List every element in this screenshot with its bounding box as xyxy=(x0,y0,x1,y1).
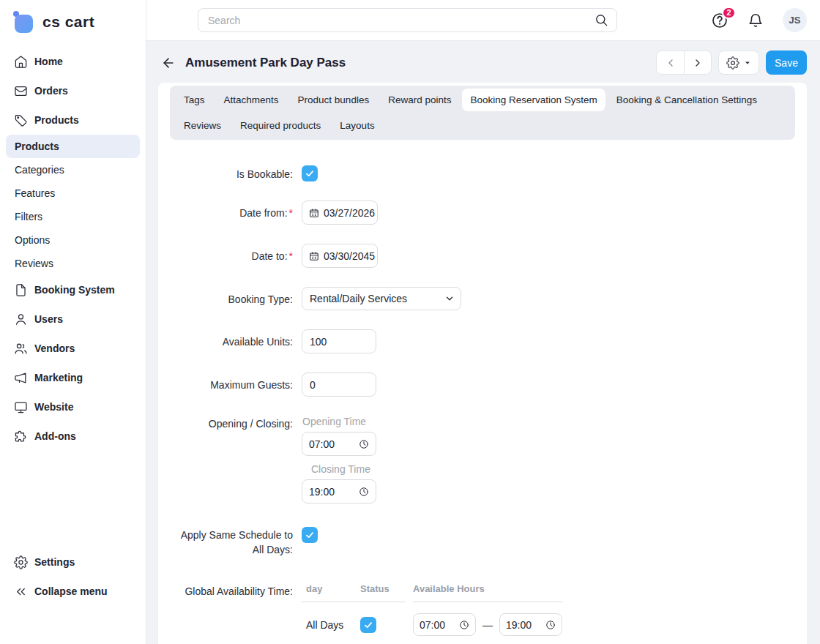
sidebar-item-filters[interactable]: Filters xyxy=(0,205,146,228)
sidebar-item-label: Products xyxy=(34,114,79,126)
app-window: cs cart Home Orders Products Products Ca… xyxy=(0,0,820,644)
chevron-left-icon xyxy=(665,57,676,69)
apply-same-schedule-row: Apply Same Schedule to All Days: xyxy=(170,527,795,557)
content-panel: Tags Attachments Product bundles Reward … xyxy=(158,83,807,644)
apply-same-schedule-checkbox[interactable] xyxy=(302,527,318,543)
tab-layouts[interactable]: Layouts xyxy=(332,114,382,137)
check-icon xyxy=(305,530,315,540)
column-available-hours: Available Hours xyxy=(413,583,485,594)
all-days-label: All Days xyxy=(302,619,360,631)
maximum-guests-label: Maximum Guests: xyxy=(170,377,293,392)
sidebar-item-label: Vendors xyxy=(34,342,75,354)
global-availability-row: Global Availability Time: day Status Ava… xyxy=(170,583,795,636)
sidebar-item-label: Home xyxy=(34,56,63,67)
opening-closing-row: Opening / Closing: Opening Time 07:00 Cl… xyxy=(170,416,795,503)
chevron-right-icon xyxy=(692,57,704,69)
logo-text: cs cart xyxy=(42,13,94,31)
sidebar-item-reviews[interactable]: Reviews xyxy=(0,252,146,275)
tab-reward-points[interactable]: Reward points xyxy=(380,89,459,111)
maximum-guests-row: Maximum Guests: xyxy=(170,372,795,397)
date-from-input[interactable]: 03/27/2026 xyxy=(302,201,378,225)
sidebar-item-marketing[interactable]: Marketing xyxy=(0,363,146,392)
all-days-status-checkbox[interactable] xyxy=(360,617,376,633)
is-bookable-label: Is Bookable: xyxy=(170,166,293,181)
check-icon xyxy=(305,168,315,179)
avatar[interactable]: JS xyxy=(783,8,807,32)
date-to-label: Date to:* xyxy=(170,248,293,263)
sidebar-item-booking-system[interactable]: Booking System xyxy=(0,275,146,304)
back-button[interactable] xyxy=(158,53,179,73)
closing-time-label: Closing Time xyxy=(311,463,376,475)
gear-icon xyxy=(14,555,28,569)
user-icon xyxy=(14,312,28,326)
help-button[interactable]: 2 xyxy=(711,12,728,29)
main-area: 2 JS Amusement Park Day Pass xyxy=(146,0,820,644)
cs-cart-logo[interactable]: cs cart xyxy=(0,0,146,41)
calendar-icon xyxy=(309,208,319,218)
next-product-button[interactable] xyxy=(684,51,711,74)
tab-reviews[interactable]: Reviews xyxy=(176,114,229,137)
sidebar-item-vendors[interactable]: Vendors xyxy=(0,334,146,363)
date-to-input[interactable]: 03/30/2045 xyxy=(302,244,378,268)
sidebar-item-products[interactable]: Products xyxy=(0,105,146,135)
prev-product-button[interactable] xyxy=(657,51,684,74)
tab-required-products[interactable]: Required products xyxy=(232,114,329,137)
topbar-actions: 2 JS xyxy=(711,8,820,32)
sidebar-item-features[interactable]: Features xyxy=(0,181,146,205)
clock-icon xyxy=(459,620,469,630)
maximum-guests-input[interactable] xyxy=(302,372,376,397)
available-units-label: Available Units: xyxy=(170,334,293,349)
tab-product-bundles[interactable]: Product bundles xyxy=(290,89,378,111)
global-availability-table: day Status Available Hours All Days xyxy=(302,583,562,636)
search-input[interactable] xyxy=(198,8,617,32)
sidebar-item-products-sub[interactable]: Products xyxy=(6,135,140,158)
clock-icon xyxy=(359,487,369,497)
clock-icon xyxy=(545,620,556,630)
notifications-button[interactable] xyxy=(748,12,764,29)
available-units-input[interactable] xyxy=(302,329,376,353)
caret-down-icon xyxy=(744,59,751,67)
save-button[interactable]: Save xyxy=(766,50,807,75)
opening-time-input[interactable]: 07:00 xyxy=(302,432,376,456)
is-bookable-checkbox[interactable] xyxy=(302,165,318,181)
closing-time-input[interactable]: 19:00 xyxy=(302,479,376,503)
settings-dropdown-button[interactable] xyxy=(718,50,759,75)
sidebar-item-add-ons[interactable]: Add-ons xyxy=(0,422,146,451)
sidebar-item-home[interactable]: Home xyxy=(0,47,146,76)
sidebar-item-website[interactable]: Website xyxy=(0,392,146,422)
tab-booking-cancellation-settings[interactable]: Booking & Cancellation Settings xyxy=(608,89,765,111)
hours-to-value: 19:00 xyxy=(506,619,532,631)
sidebar: cs cart Home Orders Products Products Ca… xyxy=(0,0,146,644)
puzzle-icon xyxy=(14,430,28,443)
hours-from-input[interactable]: 07:00 xyxy=(413,613,476,636)
sidebar-item-users[interactable]: Users xyxy=(0,304,146,334)
booking-form: Is Bookable: Date from:* 03/27/2026 xyxy=(170,140,795,636)
search-icon[interactable] xyxy=(594,13,608,27)
tab-attachments[interactable]: Attachments xyxy=(216,89,287,111)
sidebar-bottom: Settings Collapse menu xyxy=(0,547,146,644)
file-icon xyxy=(14,283,28,297)
date-to-row: Date to:* 03/30/2045 xyxy=(170,244,795,268)
page-title: Amusement Park Day Pass xyxy=(185,56,346,70)
sidebar-item-collapse-menu[interactable]: Collapse menu xyxy=(0,577,146,606)
sidebar-item-label: Orders xyxy=(34,85,68,97)
sidebar-item-label: Products xyxy=(15,141,59,152)
tab-booking-reservation-system[interactable]: Booking Reservation System xyxy=(462,89,605,111)
tab-tags[interactable]: Tags xyxy=(176,89,213,111)
date-from-row: Date from:* 03/27/2026 xyxy=(170,201,795,225)
global-availability-header: day Status Available Hours xyxy=(302,583,562,602)
sidebar-item-label: Collapse menu xyxy=(34,585,108,597)
date-to-value: 03/30/2045 xyxy=(324,250,375,262)
users-icon xyxy=(14,342,28,356)
sidebar-item-orders[interactable]: Orders xyxy=(0,76,146,105)
page-header: Amusement Park Day Pass Save xyxy=(146,41,820,83)
booking-type-select[interactable]: Rental/Daily Services xyxy=(302,287,461,310)
required-mark: * xyxy=(289,250,293,262)
hours-to-input[interactable]: 19:00 xyxy=(499,613,562,636)
opening-time-label: Opening Time xyxy=(302,416,376,427)
date-from-value: 03/27/2026 xyxy=(324,207,375,219)
sidebar-item-categories[interactable]: Categories xyxy=(0,158,146,181)
sidebar-item-options[interactable]: Options xyxy=(0,228,146,252)
required-mark: * xyxy=(289,207,293,219)
sidebar-item-settings[interactable]: Settings xyxy=(0,547,146,577)
